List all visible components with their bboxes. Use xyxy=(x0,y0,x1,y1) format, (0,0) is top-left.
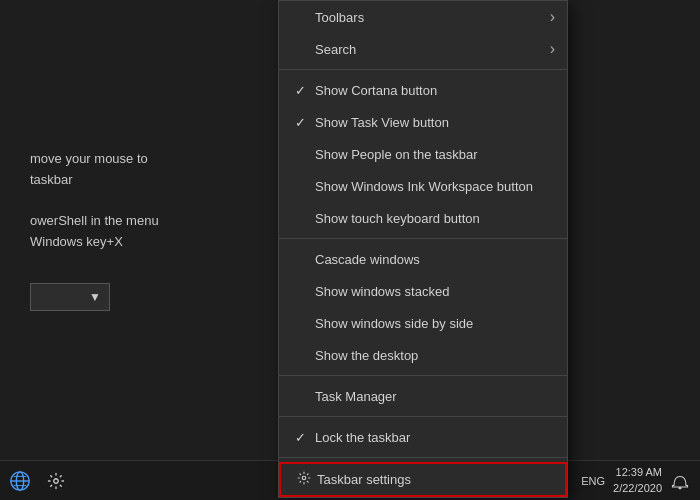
menu-separator xyxy=(279,69,567,70)
dropdown-control[interactable]: ▼ xyxy=(30,283,110,311)
menu-item-ink[interactable]: Show Windows Ink Workspace button xyxy=(279,170,567,202)
menu-item-label-lock: Lock the taskbar xyxy=(315,430,551,445)
globe-icon[interactable] xyxy=(8,469,32,493)
menu-item-label-cascade: Cascade windows xyxy=(315,252,551,267)
svg-point-6 xyxy=(54,478,59,483)
left-text-line1: move your mouse to xyxy=(30,151,148,166)
menu-separator xyxy=(279,457,567,458)
menu-item-label-taskview: Show Task View button xyxy=(315,115,551,130)
menu-separator xyxy=(279,238,567,239)
menu-item-search[interactable]: Search xyxy=(279,33,567,65)
menu-item-touch[interactable]: Show touch keyboard button xyxy=(279,202,567,234)
taskbar-time: 12:39 AM 2/22/2020 xyxy=(613,465,662,496)
menu-item-sidebyside[interactable]: Show windows side by side xyxy=(279,307,567,339)
taskbar-right: ENG 12:39 AM 2/22/2020 xyxy=(581,465,700,496)
svg-point-0 xyxy=(302,476,306,480)
chevron-down-icon: ▼ xyxy=(89,290,101,304)
menu-item-taskmanager[interactable]: Task Manager xyxy=(279,380,567,412)
menu-item-desktop[interactable]: Show the desktop xyxy=(279,339,567,371)
taskbar-left xyxy=(0,469,68,493)
menu-item-label-search: Search xyxy=(315,42,551,57)
notification-icon[interactable] xyxy=(670,471,690,491)
menu-item-label-settings: Taskbar settings xyxy=(317,472,549,487)
gear-taskbar-icon[interactable] xyxy=(44,469,68,493)
menu-item-label-cortana: Show Cortana button xyxy=(315,83,551,98)
menu-item-label-touch: Show touch keyboard button xyxy=(315,211,551,226)
left-text-line5: Windows key+X xyxy=(30,234,123,249)
menu-item-people[interactable]: Show People on the taskbar xyxy=(279,138,567,170)
svg-rect-7 xyxy=(679,487,682,489)
menu-item-cortana[interactable]: ✓Show Cortana button xyxy=(279,74,567,106)
left-text: move your mouse to taskbar owerShell in … xyxy=(30,149,248,253)
menu-item-lock[interactable]: ✓Lock the taskbar xyxy=(279,421,567,453)
menu-item-label-desktop: Show the desktop xyxy=(315,348,551,363)
menu-item-taskview[interactable]: ✓Show Task View button xyxy=(279,106,567,138)
menu-item-stacked[interactable]: Show windows stacked xyxy=(279,275,567,307)
left-text-line4: owerShell in the menu xyxy=(30,213,159,228)
time-display: 12:39 AM xyxy=(613,465,662,480)
menu-item-cascade[interactable]: Cascade windows xyxy=(279,243,567,275)
date-display: 2/22/2020 xyxy=(613,481,662,496)
menu-item-toolbars[interactable]: Toolbars xyxy=(279,1,567,33)
menu-separator xyxy=(279,375,567,376)
menu-item-label-toolbars: Toolbars xyxy=(315,10,551,25)
menu-item-label-stacked: Show windows stacked xyxy=(315,284,551,299)
left-panel: move your mouse to taskbar owerShell in … xyxy=(0,0,278,460)
menu-separator xyxy=(279,416,567,417)
menu-item-label-ink: Show Windows Ink Workspace button xyxy=(315,179,551,194)
menu-item-label-people: Show People on the taskbar xyxy=(315,147,551,162)
menu-item-label-taskmanager: Task Manager xyxy=(315,389,551,404)
left-text-line2: taskbar xyxy=(30,172,73,187)
context-menu: ToolbarsSearch✓Show Cortana button✓Show … xyxy=(278,0,568,498)
menu-item-label-sidebyside: Show windows side by side xyxy=(315,316,551,331)
taskbar-lang: ENG xyxy=(581,475,605,487)
menu-item-settings[interactable]: Taskbar settings xyxy=(279,462,567,497)
